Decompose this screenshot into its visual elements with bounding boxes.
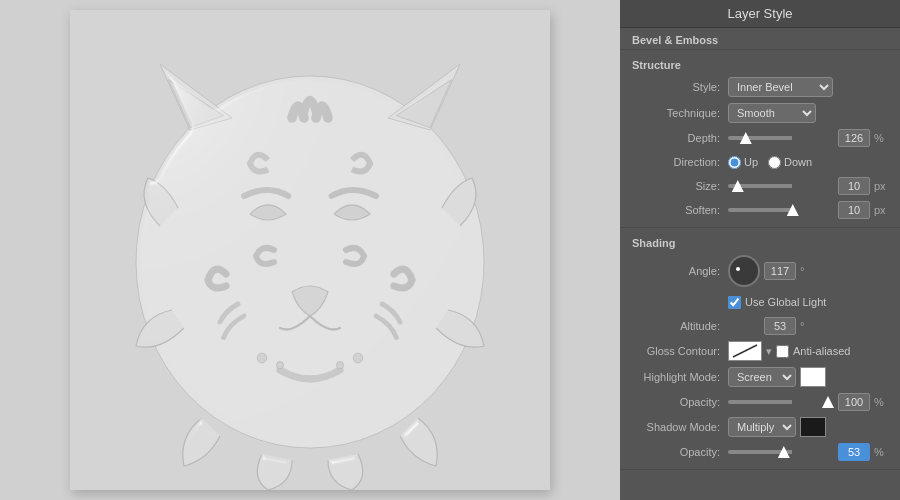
global-light-checkbox-label[interactable]: Use Global Light <box>728 296 826 309</box>
direction-down-input[interactable] <box>768 156 781 169</box>
bevel-emboss-header: Bevel & Emboss <box>620 28 900 50</box>
soften-value: 10 <box>838 201 870 219</box>
svg-point-1 <box>136 76 484 448</box>
soften-slider-container <box>728 208 834 212</box>
panel-title: Layer Style <box>620 0 900 28</box>
anti-aliased-text: Anti-aliased <box>793 345 850 357</box>
tiger-illustration <box>70 10 550 490</box>
shadow-opacity-slider[interactable] <box>728 450 834 454</box>
technique-dropdown[interactable]: Smooth Chisel Hard Chisel Soft <box>728 103 816 123</box>
direction-controls: Up Down <box>728 156 890 169</box>
angle-controls: 117 ° <box>728 255 890 287</box>
size-unit: px <box>874 180 890 192</box>
shadow-mode-row: Shadow Mode: Multiply Normal Screen Over… <box>620 414 900 440</box>
soften-controls: 10 px <box>728 201 890 219</box>
angle-row: Angle: 117 ° <box>620 252 900 290</box>
highlight-mode-controls: Screen Normal Multiply Overlay <box>728 367 890 387</box>
shading-header: Shading <box>620 233 900 252</box>
angle-value: 117 <box>764 262 796 280</box>
shadow-opacity-controls: 53 % <box>728 443 890 461</box>
technique-controls: Smooth Chisel Hard Chisel Soft <box>728 103 890 123</box>
size-slider[interactable] <box>728 184 834 188</box>
global-light-row: Use Global Light <box>620 290 900 314</box>
soften-label: Soften: <box>630 204 720 216</box>
highlight-mode-row: Highlight Mode: Screen Normal Multiply O… <box>620 364 900 390</box>
global-light-controls: Use Global Light <box>728 296 890 309</box>
size-value: 10 <box>838 177 870 195</box>
technique-row: Technique: Smooth Chisel Hard Chisel Sof… <box>620 100 900 126</box>
angle-dot <box>736 267 740 271</box>
svg-point-7 <box>276 362 283 369</box>
highlight-opacity-slider-container <box>728 400 834 404</box>
direction-up-radio[interactable]: Up <box>728 156 758 169</box>
altitude-value: 53 <box>764 317 796 335</box>
depth-slider-container <box>728 136 834 140</box>
altitude-label: Altitude: <box>630 320 720 332</box>
direction-up-input[interactable] <box>728 156 741 169</box>
highlight-opacity-slider[interactable] <box>728 400 834 404</box>
highlight-mode-dropdown[interactable]: Screen Normal Multiply Overlay <box>728 367 796 387</box>
highlight-opacity-row: Opacity: 100 % <box>620 390 900 414</box>
style-row: Style: Inner Bevel Outer Bevel Emboss Pi… <box>620 74 900 100</box>
depth-controls: 126 % <box>728 129 890 147</box>
soften-unit: px <box>874 204 890 216</box>
depth-row: Depth: 126 % <box>620 126 900 150</box>
shadow-opacity-label: Opacity: <box>630 446 720 458</box>
highlight-opacity-controls: 100 % <box>728 393 890 411</box>
svg-point-6 <box>257 353 267 363</box>
shadow-opacity-row: Opacity: 53 % <box>620 440 900 464</box>
depth-unit: % <box>874 132 890 144</box>
highlight-opacity-unit: % <box>874 396 890 408</box>
direction-up-label: Up <box>744 156 758 168</box>
depth-value: 126 <box>838 129 870 147</box>
style-controls: Inner Bevel Outer Bevel Emboss Pillow Em… <box>728 77 890 97</box>
svg-point-9 <box>336 362 343 369</box>
altitude-controls: 53 ° <box>728 317 890 335</box>
global-light-label: Use Global Light <box>745 296 826 308</box>
canvas-area <box>0 0 620 500</box>
anti-aliased-checkbox[interactable] <box>776 345 789 358</box>
structure-section: Structure Style: Inner Bevel Outer Bevel… <box>620 50 900 228</box>
contour-icon <box>731 343 759 359</box>
angle-unit: ° <box>800 265 804 277</box>
size-slider-container <box>728 184 834 188</box>
depth-slider[interactable] <box>728 136 834 140</box>
shadow-mode-label: Shadow Mode: <box>630 421 720 433</box>
global-light-checkbox[interactable] <box>728 296 741 309</box>
angle-label: Angle: <box>630 265 720 277</box>
altitude-unit: ° <box>800 320 804 332</box>
angle-wheel[interactable] <box>728 255 760 287</box>
layer-style-panel: Layer Style Bevel & Emboss Structure Sty… <box>620 0 900 500</box>
shadow-opacity-unit: % <box>874 446 890 458</box>
size-row: Size: 10 px <box>620 174 900 198</box>
shadow-opacity-slider-container <box>728 450 834 454</box>
soften-slider[interactable] <box>728 208 834 212</box>
shadow-opacity-value: 53 <box>838 443 870 461</box>
direction-row: Direction: Up Down <box>620 150 900 174</box>
highlight-mode-label: Highlight Mode: <box>630 371 720 383</box>
size-label: Size: <box>630 180 720 192</box>
shadow-mode-controls: Multiply Normal Screen Overlay <box>728 417 890 437</box>
style-label: Style: <box>630 81 720 93</box>
contour-dropdown-arrow[interactable]: ▾ <box>766 345 772 358</box>
shading-section: Shading Angle: 117 ° Use Glo <box>620 228 900 470</box>
soften-row: Soften: 10 px <box>620 198 900 222</box>
gloss-contour-row: Gloss Contour: ▾ Anti-aliased <box>620 338 900 364</box>
gloss-contour-preview[interactable] <box>728 341 762 361</box>
highlight-opacity-value: 100 <box>838 393 870 411</box>
gloss-contour-label: Gloss Contour: <box>630 345 720 357</box>
technique-label: Technique: <box>630 107 720 119</box>
structure-sub-header: Structure <box>620 55 900 74</box>
direction-down-radio[interactable]: Down <box>768 156 812 169</box>
shadow-color-swatch[interactable] <box>800 417 826 437</box>
direction-down-label: Down <box>784 156 812 168</box>
shadow-mode-dropdown[interactable]: Multiply Normal Screen Overlay <box>728 417 796 437</box>
anti-aliased-label[interactable]: Anti-aliased <box>776 345 850 358</box>
highlight-opacity-label: Opacity: <box>630 396 720 408</box>
highlight-color-swatch[interactable] <box>800 367 826 387</box>
depth-label: Depth: <box>630 132 720 144</box>
gloss-contour-controls: ▾ Anti-aliased <box>728 341 890 361</box>
direction-label: Direction: <box>630 156 720 168</box>
svg-point-8 <box>353 353 363 363</box>
style-dropdown[interactable]: Inner Bevel Outer Bevel Emboss Pillow Em… <box>728 77 833 97</box>
